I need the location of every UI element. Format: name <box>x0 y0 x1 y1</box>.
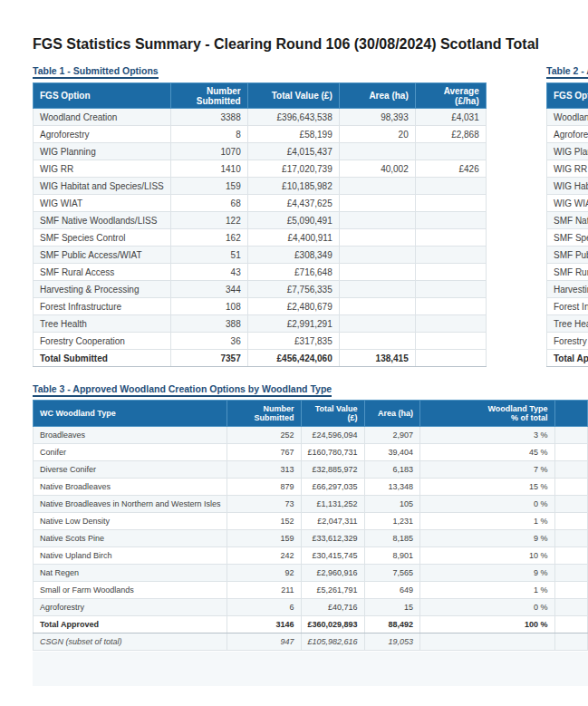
table-cell: £2,991,291 <box>247 315 339 333</box>
table-cell <box>554 616 587 633</box>
table-cell: £2,480,679 <box>247 298 339 315</box>
table-cell: 242 <box>227 547 301 565</box>
table-cell: Harvesting & Processing <box>34 281 171 298</box>
table-row: SMF Species Control <box>547 229 588 247</box>
table-row: SMF Rural Access43£716,648 <box>34 264 487 281</box>
table2-header: FGS Option <box>547 83 588 109</box>
table1-submitted-options: FGS OptionNumber SubmittedTotal Value (£… <box>33 82 487 367</box>
table-cell <box>415 178 486 195</box>
table-cell: 39,404 <box>364 444 419 461</box>
footer-spacer-band <box>33 652 588 686</box>
table-cell: 879 <box>227 479 301 496</box>
table1-total-row: Total Submitted 7357 £456,424,060 138,41… <box>34 350 487 367</box>
column-header: Average (£/ha) <box>415 83 486 109</box>
table-cell: 20 <box>339 126 415 143</box>
table-cell: 6 <box>227 599 301 616</box>
table-cell: £4,400,911 <box>247 229 339 247</box>
table3-csgn-row: CSGN (subset of total) 947 £105,982,616 … <box>34 633 588 651</box>
table-cell: 105 <box>364 496 419 513</box>
table-cell: £2,868 <box>415 126 486 143</box>
table-cell: 1 % <box>419 513 554 530</box>
table-row: Native Broadleaves879£66,297,03513,34815… <box>34 479 588 496</box>
table-cell <box>339 195 415 212</box>
table-cell: 344 <box>170 281 247 298</box>
table-cell <box>554 513 587 530</box>
table-row: WIG RR1410£17,020,73940,002£426 <box>34 160 487 178</box>
table-cell <box>415 143 486 160</box>
table3-header-row: WC Woodland TypeNumber SubmittedTotal Va… <box>34 401 588 427</box>
table-cell <box>554 547 587 565</box>
table-cell: 0 % <box>419 496 554 513</box>
table-cell: 6,183 <box>364 461 419 479</box>
table-row: Agroforestry <box>547 126 588 143</box>
table1-body: Woodland Creation3388£396,643,53898,393£… <box>34 109 487 350</box>
column-header: FGS Option <box>34 83 171 109</box>
table-cell: £2,960,916 <box>301 565 364 582</box>
table-row: Native Scots Pine159£33,612,3298,1859 % <box>34 530 588 547</box>
table-cell: Total Approved <box>547 350 588 367</box>
table-cell: SMF Species Control <box>547 229 588 247</box>
table-row: Agroforestry6£40,716150 % <box>34 599 588 616</box>
table-cell: £5,261,791 <box>301 582 364 599</box>
column-header: Area (ha) <box>339 83 415 109</box>
table-cell: SMF Species Control <box>34 229 171 247</box>
table-row: SMF Rural Access <box>547 264 588 281</box>
table-row: WIG RR <box>547 160 588 178</box>
table-cell: £40,716 <box>301 599 364 616</box>
table-cell: 13,348 <box>364 479 419 496</box>
table2-caption: Table 2 - Approved Options <box>546 65 588 79</box>
table-cell <box>554 427 587 444</box>
table-cell: 15 <box>364 599 419 616</box>
table-cell: Native Low Density <box>34 513 227 530</box>
table-cell: Forest Infrastructure <box>547 298 588 315</box>
table-cell: SMF Native Woodlands/LISS <box>547 212 588 229</box>
table-row: Native Broadleaves in Northern and Weste… <box>34 496 588 513</box>
table3-caption: Table 3 - Approved Woodland Creation Opt… <box>33 383 332 397</box>
table-cell <box>554 444 587 461</box>
table2-body: Woodland CreationAgroforestryWIG Plannin… <box>547 109 588 350</box>
table2-approved-options: FGS Option Woodland CreationAgroforestry… <box>546 82 588 367</box>
table-cell <box>415 315 486 333</box>
table-cell: 1070 <box>170 143 247 160</box>
table-cell: £5,090,491 <box>247 212 339 229</box>
table-cell <box>339 298 415 315</box>
table-cell: Forestry Cooperation <box>34 333 171 350</box>
table-row: Forestry Cooperation <box>547 333 588 350</box>
table-cell: 3146 <box>227 616 301 633</box>
table-cell: Agroforestry <box>34 599 227 616</box>
table-cell: 1,231 <box>364 513 419 530</box>
table-cell: 45 % <box>419 444 554 461</box>
table-row: Forest Infrastructure <box>547 298 588 315</box>
table-cell: Woodland Creation <box>547 109 588 126</box>
table-cell: 8 <box>170 126 247 143</box>
table-row: Nat Regen92£2,960,9167,5659 % <box>34 565 588 582</box>
table-cell <box>415 212 486 229</box>
table-cell: WIG Habitat and Species/LISS <box>547 178 588 195</box>
table-cell <box>554 582 587 599</box>
table-cell <box>415 229 486 247</box>
table-cell: WIG RR <box>547 160 588 178</box>
table-cell: 313 <box>227 461 301 479</box>
table-cell: Total Approved <box>34 616 227 633</box>
table-cell: Native Scots Pine <box>34 530 227 547</box>
table-cell: WIG RR <box>34 160 171 178</box>
column-header: Woodland Type % of total <box>419 401 554 427</box>
table-cell: WIG WIAT <box>34 195 171 212</box>
table-cell: Tree Health <box>547 315 588 333</box>
table-cell <box>554 565 587 582</box>
table-row: WIG Planning1070£4,015,437 <box>34 143 487 160</box>
table-cell <box>339 178 415 195</box>
table-cell <box>554 530 587 547</box>
table-cell: 8,185 <box>364 530 419 547</box>
table-cell <box>339 247 415 264</box>
table-row: Harvesting & Processing <box>547 281 588 298</box>
table-cell: Tree Health <box>34 315 171 333</box>
column-header: Area (ha) <box>364 401 419 427</box>
table-cell: £426 <box>415 160 486 178</box>
table-cell <box>339 229 415 247</box>
table-cell <box>339 212 415 229</box>
table-cell: £456,424,060 <box>247 350 339 367</box>
table-row: SMF Native Woodlands/LISS122£5,090,491 <box>34 212 487 229</box>
table-cell: £396,643,538 <box>247 109 339 126</box>
table-cell: CSGN (subset of total) <box>34 633 227 651</box>
